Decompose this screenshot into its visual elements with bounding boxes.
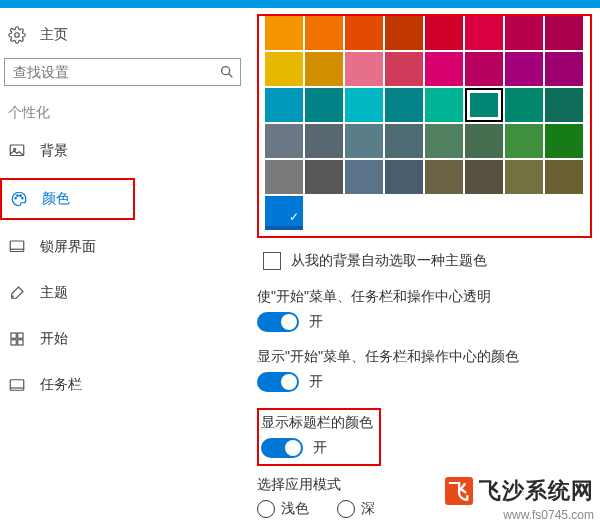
transparent-toggle[interactable] xyxy=(257,312,299,332)
svg-point-1 xyxy=(222,67,230,75)
color-swatch[interactable] xyxy=(345,88,383,122)
color-swatch[interactable] xyxy=(545,160,583,194)
app-mode-label: 选择应用模式 xyxy=(257,476,592,494)
sidebar-item-label: 开始 xyxy=(40,330,68,348)
color-swatch[interactable] xyxy=(385,160,423,194)
section-label: 个性化 xyxy=(0,104,245,132)
color-swatch[interactable] xyxy=(345,16,383,50)
color-swatch[interactable] xyxy=(425,124,463,158)
color-swatch[interactable] xyxy=(305,88,343,122)
color-swatch[interactable] xyxy=(505,124,543,158)
transparent-state: 开 xyxy=(309,313,323,331)
color-swatch[interactable] xyxy=(425,160,463,194)
search-input[interactable] xyxy=(4,58,241,86)
svg-rect-10 xyxy=(11,333,16,338)
sidebar-item-themes[interactable]: 主题 xyxy=(0,274,245,312)
taskbar-icon xyxy=(8,376,26,394)
start-color-toggle[interactable] xyxy=(257,372,299,392)
brush-icon xyxy=(8,284,26,302)
color-swatch[interactable] xyxy=(505,88,543,122)
color-swatch[interactable] xyxy=(425,16,463,50)
svg-point-7 xyxy=(20,195,22,197)
sidebar-item-label: 颜色 xyxy=(42,190,70,208)
color-swatch[interactable] xyxy=(425,52,463,86)
color-swatch[interactable] xyxy=(465,52,503,86)
sidebar-item-label: 背景 xyxy=(40,142,68,160)
auto-pick-row: 从我的背景自动选取一种主题色 xyxy=(263,252,592,270)
sidebar-item-start[interactable]: 开始 xyxy=(0,320,245,358)
mode-light-label: 浅色 xyxy=(281,500,309,518)
color-swatch[interactable] xyxy=(265,124,303,158)
sidebar-item-background[interactable]: 背景 xyxy=(0,132,245,170)
titlebar-color-highlight: 显示标题栏的颜色 开 xyxy=(257,408,381,466)
mode-light-radio[interactable]: 浅色 xyxy=(257,500,309,518)
svg-point-4 xyxy=(14,148,16,150)
color-swatch[interactable] xyxy=(465,88,503,122)
color-swatch[interactable] xyxy=(505,16,543,50)
color-swatch[interactable] xyxy=(465,124,503,158)
svg-point-0 xyxy=(15,33,20,38)
color-palette-frame xyxy=(257,14,592,238)
radio-circle-icon xyxy=(337,500,355,518)
transparent-label: 使"开始"菜单、任务栏和操作中心透明 xyxy=(257,288,592,306)
color-swatch[interactable] xyxy=(345,160,383,194)
window-titlebar xyxy=(0,0,600,8)
home-nav[interactable]: 主页 xyxy=(0,20,245,54)
sidebar-item-colors[interactable]: 颜色 xyxy=(0,178,135,220)
color-swatch[interactable] xyxy=(265,16,303,50)
color-swatch[interactable] xyxy=(545,16,583,50)
content-area: 主页 个性化 背景 颜色 锁屏界面 主题 开始 xyxy=(0,8,600,528)
auto-pick-label: 从我的背景自动选取一种主题色 xyxy=(291,252,487,270)
color-swatch[interactable] xyxy=(465,160,503,194)
radio-circle-icon xyxy=(257,500,275,518)
color-swatch[interactable] xyxy=(305,52,343,86)
color-swatch[interactable] xyxy=(385,52,423,86)
sidebar-item-label: 任务栏 xyxy=(40,376,82,394)
sidebar-item-label: 锁屏界面 xyxy=(40,238,96,256)
svg-line-2 xyxy=(229,74,233,78)
search-field-wrap xyxy=(4,58,241,86)
svg-rect-13 xyxy=(18,340,23,345)
sidebar-item-lockscreen[interactable]: 锁屏界面 xyxy=(0,228,245,266)
svg-point-5 xyxy=(15,198,17,200)
svg-point-6 xyxy=(17,195,19,197)
color-swatch[interactable] xyxy=(385,16,423,50)
home-label: 主页 xyxy=(40,26,68,44)
color-swatch[interactable] xyxy=(265,52,303,86)
mode-dark-label: 深 xyxy=(361,500,375,518)
gear-icon xyxy=(8,26,26,44)
color-swatch[interactable] xyxy=(465,16,503,50)
color-swatch[interactable] xyxy=(305,124,343,158)
accent-color-swatch[interactable] xyxy=(265,196,303,230)
color-swatch[interactable] xyxy=(545,88,583,122)
color-swatch[interactable] xyxy=(545,52,583,86)
mode-dark-radio[interactable]: 深 xyxy=(337,500,375,518)
svg-rect-9 xyxy=(10,241,24,252)
color-swatch[interactable] xyxy=(545,124,583,158)
auto-pick-checkbox[interactable] xyxy=(263,252,281,270)
color-swatch[interactable] xyxy=(305,16,343,50)
sidebar-item-label: 主题 xyxy=(40,284,68,302)
color-swatch[interactable] xyxy=(305,160,343,194)
color-swatch[interactable] xyxy=(425,88,463,122)
titlebar-color-toggle[interactable] xyxy=(261,438,303,458)
color-swatch[interactable] xyxy=(385,88,423,122)
main-panel: 从我的背景自动选取一种主题色 使"开始"菜单、任务栏和操作中心透明 开 显示"开… xyxy=(245,8,600,528)
svg-rect-11 xyxy=(18,333,23,338)
svg-rect-14 xyxy=(10,380,24,391)
color-swatch[interactable] xyxy=(345,52,383,86)
lock-frame-icon xyxy=(8,238,26,256)
color-swatch[interactable] xyxy=(385,124,423,158)
start-icon xyxy=(8,330,26,348)
color-swatch[interactable] xyxy=(345,124,383,158)
titlebar-color-state: 开 xyxy=(313,439,327,457)
picture-icon xyxy=(8,142,26,160)
color-swatch[interactable] xyxy=(505,52,543,86)
titlebar-color-label: 显示标题栏的颜色 xyxy=(261,414,373,432)
color-swatch[interactable] xyxy=(505,160,543,194)
sidebar-item-taskbar[interactable]: 任务栏 xyxy=(0,366,245,404)
start-color-label: 显示"开始"菜单、任务栏和操作中心的颜色 xyxy=(257,348,592,366)
transparent-setting: 使"开始"菜单、任务栏和操作中心透明 开 xyxy=(257,288,592,332)
color-swatch[interactable] xyxy=(265,160,303,194)
color-swatch[interactable] xyxy=(265,88,303,122)
